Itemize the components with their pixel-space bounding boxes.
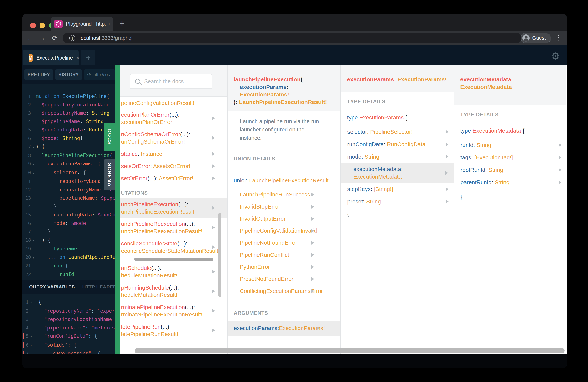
chevron-right-icon[interactable]	[446, 130, 449, 134]
new-tab-button[interactable]: +	[116, 18, 128, 30]
code-line[interactable]: 14 }	[22, 203, 115, 211]
code-line[interactable]: 4 $pipelineName: String!	[22, 118, 115, 126]
fold-caret-icon[interactable]: ▾	[31, 160, 36, 169]
reload-icon[interactable]: ⟳	[50, 34, 59, 42]
code-line[interactable]: 6▾ "solids": {	[22, 341, 115, 350]
union-member[interactable]: PipelineConfigValidationInvalid	[240, 225, 340, 237]
chevron-right-icon[interactable]	[212, 152, 215, 156]
code-line[interactable]: 1▾{	[22, 298, 115, 307]
code-line[interactable]: 17 }	[22, 228, 115, 236]
type-field[interactable]: runId: String	[461, 139, 566, 151]
code-line[interactable]: 3 $repositoryName: String!	[22, 109, 115, 118]
tab-query-variables[interactable]: QUERY VARIABLES	[29, 284, 75, 290]
chevron-right-icon[interactable]	[559, 156, 562, 159]
doc-item[interactable]: ecutionPlanOrError(...):xecutionPlanOrEr…	[121, 108, 227, 128]
code-line[interactable]: 15 runConfigData: $runConfigData	[22, 211, 115, 219]
fold-caret-icon[interactable]: ▾	[29, 299, 34, 307]
minimize-window-button[interactable]	[40, 22, 45, 28]
type-field[interactable]: parentRunId: String	[461, 176, 566, 189]
code-line[interactable]: 5 $runConfigData: RunConfigData!	[22, 126, 115, 134]
tab-docs[interactable]: DOCS	[104, 123, 115, 151]
code-line[interactable]: 1mutation ExecutePipeline(	[22, 92, 115, 101]
code-line[interactable]: 19 __typename	[22, 245, 115, 253]
site-info-icon[interactable]: i	[69, 35, 75, 41]
code-line[interactable]: 5▾ "runConfigData": {	[22, 332, 115, 341]
fold-caret-icon[interactable]: ▾	[31, 169, 36, 177]
profile-button[interactable]: Guest	[521, 33, 551, 43]
union-member[interactable]: PipelineRunConflict	[240, 249, 340, 261]
chevron-right-icon[interactable]	[212, 176, 215, 180]
code-line[interactable]: 20▾ ... on LaunchPipelineRunSuccess {	[22, 253, 115, 262]
forward-icon[interactable]: →	[38, 34, 47, 42]
union-member[interactable]: InvalidStepError	[240, 201, 340, 213]
code-line[interactable]: 12 repositoryName: $repositoryName	[22, 186, 115, 194]
doc-item[interactable]: setsOrError: AssetsOrError!	[121, 160, 227, 172]
close-tab-icon[interactable]: ×	[107, 21, 110, 27]
close-window-button[interactable]	[30, 22, 36, 28]
code-line[interactable]: 16 mode: $mode	[22, 219, 115, 228]
docs-vertical-scrollbar[interactable]	[218, 213, 221, 297]
address-bar[interactable]: i localhost:3333/graphql	[63, 33, 522, 43]
session-tab-executepipeline[interactable]: M ExecutePipeline ×	[22, 50, 79, 65]
union-member[interactable]: PipelineNotFoundError	[240, 237, 340, 249]
code-line[interactable]: 10▾ selector: {	[22, 169, 115, 177]
query-variables-editor[interactable]: 1▾{2 "repositoryName": "experimental_rep…	[22, 294, 115, 354]
endpoint-input[interactable]: ↺ http://loc	[84, 69, 115, 80]
chevron-right-icon[interactable]	[311, 265, 314, 269]
type-field[interactable]: stepKeys: [String!]	[347, 183, 454, 195]
code-line[interactable]: 8 launchPipelineExecution(	[22, 151, 115, 160]
doc-item[interactable]: unchPipelineReexecution(...):unchPipelin…	[121, 218, 227, 237]
type-field[interactable]: selector: PipelineSelector!	[347, 126, 454, 138]
chevron-right-icon[interactable]	[311, 241, 314, 245]
doc-item[interactable]: stance: Instance!	[121, 148, 227, 160]
session-close-icon[interactable]: ×	[76, 55, 80, 61]
inner-horizontal-scrollbar[interactable]	[134, 258, 213, 261]
history-button[interactable]: HISTORY	[55, 69, 82, 80]
type-field[interactable]: mode: String	[347, 150, 454, 163]
code-line[interactable]: 9▾ executionParams: {	[22, 160, 115, 169]
doc-item[interactable]: nConfigSchemaOrError(...):unConfigSchema…	[121, 128, 227, 148]
code-line[interactable]: 4 "pipelineName": "metrics_pipeline"	[22, 324, 115, 332]
chevron-right-icon[interactable]	[311, 229, 314, 233]
fold-caret-icon[interactable]: ▾	[31, 254, 36, 262]
doc-item[interactable]: letePipelineRun(...):letePipelineRunResu…	[121, 320, 227, 340]
chevron-right-icon[interactable]	[446, 200, 449, 203]
chevron-right-icon[interactable]	[311, 253, 314, 257]
type-field[interactable]: rootRunId: String	[461, 164, 566, 176]
tab-http-headers[interactable]: HTTP HEADERS	[83, 284, 115, 290]
union-member[interactable]: ConflictingExecutionParamsError	[240, 285, 340, 297]
fold-caret-icon[interactable]: ▾	[29, 341, 34, 350]
query-editor[interactable]: 1mutation ExecutePipeline(2 $repositoryL…	[22, 84, 115, 280]
code-line[interactable]: 2 "repositoryName": "experimental_repo	[22, 307, 115, 316]
chevron-right-icon[interactable]	[446, 187, 449, 191]
back-icon[interactable]: ←	[26, 34, 35, 42]
chevron-right-icon[interactable]	[212, 206, 215, 210]
doc-item[interactable]: pRunningSchedule(...):heduleMutationResu…	[121, 281, 227, 301]
docs-horizontal-scrollbar[interactable]	[135, 348, 565, 353]
browser-tab[interactable]: Playground - http://localhost:3 ×	[51, 17, 113, 31]
code-line[interactable]: 7▾ "save_metrics": {	[22, 350, 115, 354]
fold-caret-icon[interactable]: ▾	[29, 350, 34, 354]
type-field[interactable]: tags: [ExecutionTag!]	[461, 151, 566, 164]
chevron-right-icon[interactable]	[212, 116, 215, 120]
doc-item[interactable]: concileSchedulerState(...):econcileSched…	[121, 237, 227, 257]
chevron-right-icon[interactable]	[212, 289, 215, 293]
replay-icon[interactable]: ↺	[87, 72, 91, 78]
chevron-right-icon[interactable]	[446, 155, 449, 159]
union-member[interactable]: InvalidOutputError	[240, 213, 340, 225]
code-line[interactable]: 22 runId	[22, 270, 115, 279]
code-line[interactable]: 21 run {	[22, 262, 115, 270]
code-line[interactable]: 13 pipelineName: $pipelineName	[22, 194, 115, 203]
doc-item[interactable]: unchPipelineExecution(...):unchPipelineE…	[120, 198, 227, 218]
code-line[interactable]: 7▾) {	[22, 143, 115, 151]
chevron-right-icon[interactable]	[311, 217, 314, 221]
tab-schema[interactable]: SCHEMA	[104, 159, 115, 191]
prettify-button[interactable]: PRETTIFY	[24, 69, 53, 80]
docs-divider-strip[interactable]	[115, 65, 120, 354]
doc-item[interactable]: setOrError(...): AssetOrError!	[121, 172, 227, 184]
chevron-right-icon[interactable]	[311, 277, 314, 281]
chevron-right-icon[interactable]	[559, 180, 562, 184]
argument-row[interactable]: executionParams: ExecutionParams!	[228, 320, 340, 336]
code-line[interactable]: 6 $mode: String!	[22, 134, 115, 143]
type-field[interactable]: executionMetadata:ExecutionMetadata	[341, 163, 454, 183]
